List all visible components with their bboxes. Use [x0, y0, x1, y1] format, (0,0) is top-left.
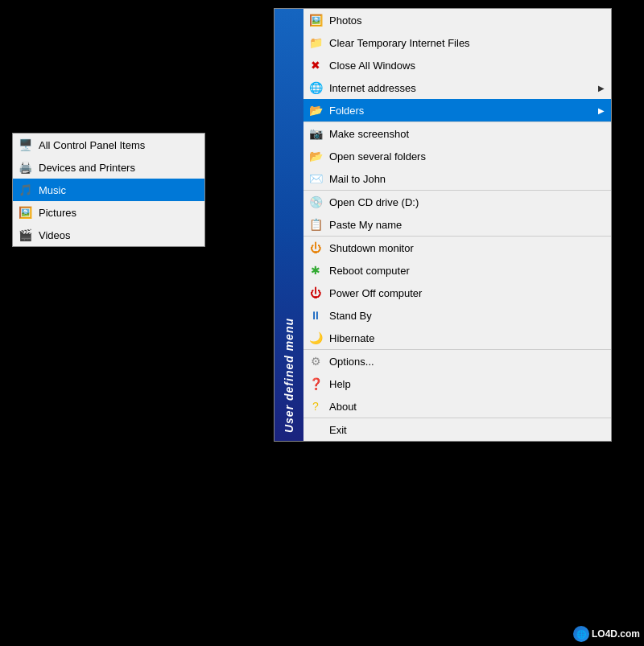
submenu-item-music[interactable]: 🎵Music	[13, 179, 204, 201]
sidebar-label: User defined menu	[283, 318, 295, 433]
menu-icon-mail-to-john: ✉️	[307, 170, 324, 187]
submenu-label-pictures: Pictures	[39, 207, 198, 219]
menu-item-photos[interactable]: 🖼️Photos	[303, 9, 611, 31]
menu-label-open-several-folders: Open several folders	[329, 150, 605, 163]
submenu-item-devices-and-printers[interactable]: 🖨️Devices and Printers	[13, 156, 204, 179]
menu-label-exit: Exit	[329, 424, 605, 436]
menu-item-close-all[interactable]: ✖Close All Windows	[303, 54, 611, 76]
menu-icon-close-all: ✖	[307, 56, 324, 74]
menu-label-mail-to-john: Mail to John	[329, 173, 605, 185]
menu-item-reboot-computer[interactable]: ✱Reboot computer	[303, 259, 611, 282]
menu-item-exit[interactable]: Exit	[303, 418, 611, 441]
menu-arrow-internet-addresses: ▶	[598, 84, 605, 93]
watermark-globe: 🌐	[573, 626, 589, 642]
submenu-icon-all-control-panel: 🖥️	[16, 136, 34, 154]
menu-label-hibernate: Hibernate	[329, 332, 605, 344]
submenu-item-pictures[interactable]: 🖼️Pictures	[13, 201, 204, 224]
menu-label-help: Help	[329, 378, 605, 390]
menu-item-make-screenshot[interactable]: 📷Make screenshot	[303, 121, 611, 145]
menu-icon-help: ❓	[307, 375, 324, 393]
submenu-item-all-control-panel[interactable]: 🖥️All Control Panel Items	[13, 134, 204, 156]
menu-icon-reboot-computer: ✱	[307, 261, 324, 279]
watermark: 🌐 LO4D.com	[573, 626, 640, 642]
sidebar-bar: User defined menu	[275, 9, 303, 441]
submenu-label-devices-and-printers: Devices and Printers	[39, 162, 198, 174]
submenu: 🖥️All Control Panel Items🖨️Devices and P…	[12, 133, 205, 247]
submenu-icon-devices-and-printers: 🖨️	[16, 158, 34, 176]
main-menu: User defined menu 🖼️Photos📁Clear Tempora…	[274, 8, 612, 442]
menu-item-folders[interactable]: 📂Folders▶	[303, 99, 611, 121]
menu-item-paste-my-name[interactable]: 📋Paste My name	[303, 213, 611, 236]
menu-item-open-cd-drive[interactable]: 💿Open CD drive (D:)	[303, 190, 611, 213]
menu-item-help[interactable]: ❓Help	[303, 372, 611, 395]
menu-icon-about: ?	[307, 397, 324, 415]
watermark-text: LO4D.com	[592, 628, 640, 640]
submenu-label-videos: Videos	[39, 229, 198, 241]
submenu-icon-videos: 🎬	[16, 226, 34, 244]
menu-item-hibernate[interactable]: 🌙Hibernate	[303, 327, 611, 349]
menu-item-internet-addresses[interactable]: 🌐Internet addresses▶	[303, 76, 611, 99]
menu-label-open-cd-drive: Open CD drive (D:)	[329, 196, 605, 208]
menu-icon-make-screenshot: 📷	[307, 125, 324, 142]
menu-label-about: About	[329, 401, 605, 413]
menu-item-options[interactable]: ⚙Options...	[303, 349, 611, 372]
menu-item-power-off[interactable]: ⏻Power Off computer	[303, 282, 611, 304]
menu-arrow-folders: ▶	[598, 106, 605, 115]
menu-icon-open-cd-drive: 💿	[307, 193, 324, 211]
menu-icon-options: ⚙	[307, 352, 324, 370]
menu-icon-folders: 📂	[307, 101, 324, 119]
menu-label-shutdown-monitor: Shutdown monitor	[329, 242, 605, 254]
submenu-item-videos[interactable]: 🎬Videos	[13, 224, 204, 246]
submenu-label-all-control-panel: All Control Panel Items	[39, 139, 198, 151]
menu-icon-open-several-folders: 📂	[307, 147, 324, 165]
menu-item-clear-temp[interactable]: 📁Clear Temporary Internet Files	[303, 31, 611, 54]
menu-label-stand-by: Stand By	[329, 310, 605, 322]
menu-label-photos: Photos	[329, 14, 605, 27]
menu-label-internet-addresses: Internet addresses	[329, 82, 598, 94]
menu-icon-paste-my-name: 📋	[307, 216, 324, 233]
menu-icon-clear-temp: 📁	[307, 34, 324, 51]
menu-item-shutdown-monitor[interactable]: ⏻Shutdown monitor	[303, 236, 611, 259]
menu-item-stand-by[interactable]: ⏸Stand By	[303, 304, 611, 327]
menu-item-about[interactable]: ?About	[303, 395, 611, 418]
menu-items-container: 🖼️Photos📁Clear Temporary Internet Files✖…	[303, 9, 611, 441]
menu-item-open-several-folders[interactable]: 📂Open several folders	[303, 145, 611, 167]
menu-label-folders: Folders	[329, 105, 598, 117]
menu-label-power-off: Power Off computer	[329, 287, 605, 299]
submenu-icon-music: 🎵	[16, 181, 34, 199]
menu-label-make-screenshot: Make screenshot	[329, 128, 605, 140]
menu-icon-exit	[307, 421, 324, 438]
menu-icon-stand-by: ⏸	[307, 307, 324, 324]
menu-icon-hibernate: 🌙	[307, 329, 324, 347]
menu-label-clear-temp: Clear Temporary Internet Files	[329, 37, 605, 49]
menu-label-reboot-computer: Reboot computer	[329, 265, 605, 277]
menu-icon-internet-addresses: 🌐	[307, 79, 324, 97]
menu-icon-power-off: ⏻	[307, 284, 324, 302]
menu-icon-shutdown-monitor: ⏻	[307, 239, 324, 257]
submenu-label-music: Music	[39, 184, 198, 196]
menu-item-mail-to-john[interactable]: ✉️Mail to John	[303, 167, 611, 190]
menu-label-paste-my-name: Paste My name	[329, 219, 605, 231]
menu-label-close-all: Close All Windows	[329, 60, 605, 72]
submenu-icon-pictures: 🖼️	[16, 204, 34, 221]
menu-label-options: Options...	[329, 356, 605, 368]
menu-icon-photos: 🖼️	[307, 11, 324, 29]
